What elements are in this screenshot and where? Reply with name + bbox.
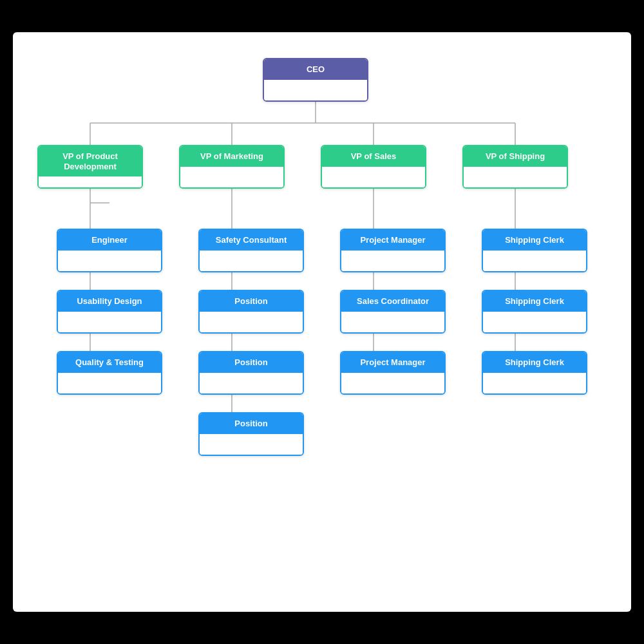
vp-node-0: VP of Product Development bbox=[37, 145, 143, 189]
child-vp0-0-label: Engineer bbox=[58, 230, 161, 251]
vp2-label: VP of Sales bbox=[322, 146, 425, 167]
child-vp1-0: Safety Consultant bbox=[198, 229, 304, 272]
child-vp1-1: Position bbox=[198, 290, 304, 334]
child-vp3-0-label: Shipping Clerk bbox=[483, 230, 586, 251]
child-vp2-2: Project Manager bbox=[340, 351, 446, 395]
child-vp1-0-label: Safety Consultant bbox=[200, 230, 303, 251]
child-vp2-0-label: Project Manager bbox=[341, 230, 444, 251]
ceo-body bbox=[264, 80, 367, 100]
child-vp1-3: Position bbox=[198, 412, 304, 456]
child-vp1-3-label: Position bbox=[200, 413, 303, 434]
child-vp2-1-label: Sales Coordinator bbox=[341, 291, 444, 312]
child-vp0-1-label: Usability Design bbox=[58, 291, 161, 312]
child-vp2-2-label: Project Manager bbox=[341, 352, 444, 373]
vp0-body bbox=[39, 176, 142, 189]
child-vp1-2-label: Position bbox=[200, 352, 303, 373]
child-vp0-2: Quality & Testing bbox=[57, 351, 162, 395]
ceo-label: CEO bbox=[264, 59, 367, 80]
vp2-body bbox=[322, 167, 425, 187]
vp-node-2: VP of Sales bbox=[321, 145, 426, 189]
child-vp0-1: Usability Design bbox=[57, 290, 162, 334]
child-vp1-1-label: Position bbox=[200, 291, 303, 312]
vp1-label: VP of Marketing bbox=[180, 146, 283, 167]
child-vp3-0: Shipping Clerk bbox=[482, 229, 587, 272]
child-vp0-2-label: Quality & Testing bbox=[58, 352, 161, 373]
chart-container: CEO VP of Product Development VP of Mark… bbox=[13, 32, 631, 612]
vp1-body bbox=[180, 167, 283, 187]
ceo-node: CEO bbox=[263, 58, 368, 102]
child-vp2-1: Sales Coordinator bbox=[340, 290, 446, 334]
vp3-label: VP of Shipping bbox=[464, 146, 567, 167]
child-vp3-2-label: Shipping Clerk bbox=[483, 352, 586, 373]
child-vp3-1: Shipping Clerk bbox=[482, 290, 587, 334]
child-vp1-2: Position bbox=[198, 351, 304, 395]
child-vp0-0: Engineer bbox=[57, 229, 162, 272]
vp-node-1: VP of Marketing bbox=[179, 145, 285, 189]
vp-node-3: VP of Shipping bbox=[462, 145, 568, 189]
vp0-label: VP of Product Development bbox=[39, 146, 142, 176]
child-vp3-1-label: Shipping Clerk bbox=[483, 291, 586, 312]
child-vp3-2: Shipping Clerk bbox=[482, 351, 587, 395]
org-chart: CEO VP of Product Development VP of Mark… bbox=[13, 32, 631, 612]
child-vp2-0: Project Manager bbox=[340, 229, 446, 272]
vp3-body bbox=[464, 167, 567, 187]
